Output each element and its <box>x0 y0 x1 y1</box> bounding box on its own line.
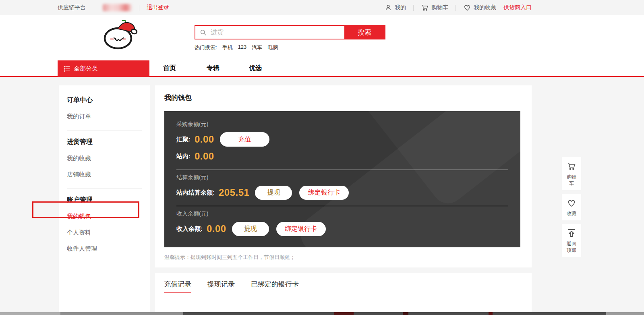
user-icon <box>384 4 392 12</box>
supplier-entry-link[interactable]: 供货商入口 <box>503 4 532 11</box>
cart-label: 购物车 <box>431 4 448 11</box>
favorites-link[interactable]: 我的收藏 <box>463 4 496 12</box>
cart-icon <box>421 4 429 12</box>
all-categories-button[interactable]: 全部分类 <box>58 60 149 77</box>
hot-word[interactable]: 123 <box>238 44 247 51</box>
scrollbar-segment <box>60 312 183 315</box>
cart-icon <box>567 162 576 171</box>
scrollbar-segment <box>606 312 644 315</box>
tab-withdraw-records[interactable]: 提现记录 <box>207 280 235 293</box>
all-categories-label: 全部分类 <box>74 65 98 73</box>
divider <box>67 188 142 189</box>
settlement-balance-section-label: 结算余额(元) <box>176 174 508 181</box>
sidebar-item-shop-favorites[interactable]: 店铺收藏 <box>67 171 142 178</box>
wallet-card: 我的钱包 采购余额(元) 汇聚: 0.00 充值 站内: 0.00 结算余额(元… <box>155 85 532 267</box>
sidebar-item-my-wallet[interactable]: 我的钱包 <box>67 213 142 220</box>
nav-item-home[interactable]: 首页 <box>163 60 176 76</box>
float-cart-label: 购物车 <box>565 174 578 187</box>
tab-recharge-records[interactable]: 充值记录 <box>164 280 191 293</box>
site-logo[interactable] <box>100 20 140 50</box>
records-card: 充值记录 提现记录 已绑定的银行卡 <box>155 273 532 312</box>
bind-bank-card-button-income[interactable]: 绑定银行卡 <box>276 222 326 236</box>
topbar-right-group: 我的 购物车 我的收藏 供货商入口 <box>384 4 532 12</box>
sidebar-section-title-account: 账户管理 <box>67 196 142 204</box>
scrollbar-segment <box>403 312 408 315</box>
nav-item-best[interactable]: 优选 <box>249 60 262 76</box>
divider <box>176 206 508 206</box>
bottom-scrollbar[interactable] <box>0 312 644 315</box>
float-cart-button[interactable]: 购物车 <box>562 157 581 190</box>
scrollbar-segment <box>0 312 60 315</box>
username-redacted[interactable] <box>103 4 132 11</box>
topbar-left-group: 供应链平台 退出登录 <box>58 4 169 11</box>
platform-label: 供应链平台 <box>58 4 86 11</box>
huiju-balance-label: 汇聚: <box>176 136 191 143</box>
my-account-link[interactable]: 我的 <box>384 4 406 12</box>
heart-icon <box>567 198 576 208</box>
scrollbar-segment <box>334 312 354 315</box>
heart-icon <box>463 4 471 12</box>
site-balance-value: 0.00 <box>195 151 214 162</box>
search-button[interactable]: 搜索 <box>344 26 385 39</box>
hot-word[interactable]: 电脑 <box>267 44 278 51</box>
divider <box>67 130 142 131</box>
recharge-button[interactable]: 充值 <box>220 132 269 147</box>
scrollbar-segment <box>183 312 606 315</box>
back-to-top-icon <box>567 228 576 238</box>
withdraw-button-income[interactable]: 提现 <box>232 222 269 236</box>
bind-bank-card-button-settlement[interactable]: 绑定银行卡 <box>299 186 349 200</box>
site-balance-label: 站内: <box>176 153 191 160</box>
hot-word[interactable]: 汽车 <box>252 44 262 51</box>
withdraw-tip-text: 温馨提示：提现到账时间三到五个工作日，节假日顺延； <box>164 254 295 261</box>
hot-search-line: 热门搜索: 手机 123 汽车 电脑 <box>195 44 278 51</box>
float-favorite-label: 收藏 <box>565 210 578 217</box>
scrollbar-segment <box>489 312 493 315</box>
income-balance-value: 0.00 <box>207 223 226 234</box>
float-favorite-button[interactable]: 收藏 <box>562 194 581 220</box>
nav-item-album[interactable]: 专辑 <box>207 60 219 76</box>
sidebar-item-recipients[interactable]: 收件人管理 <box>67 245 142 253</box>
search-input[interactable] <box>195 26 344 39</box>
sidebar-section-title-orders: 订单中心 <box>67 96 142 104</box>
divider <box>139 5 139 11</box>
main-nav: 全部分类 首页 专辑 优选 <box>0 60 644 77</box>
purchase-balance-section-label: 采购余额(元) <box>176 121 508 128</box>
menu-icon <box>63 65 70 73</box>
page-title: 我的钱包 <box>164 93 192 102</box>
search-bar: 搜索 <box>195 25 385 39</box>
top-utility-bar: 供应链平台 退出登录 我的 购物车 我的收藏 供货商入口 <box>0 0 644 15</box>
records-tabs: 充值记录 提现记录 已绑定的银行卡 <box>164 280 532 293</box>
my-account-label: 我的 <box>395 4 406 11</box>
favorites-label: 我的收藏 <box>474 4 496 11</box>
float-toolbar: 购物车 收藏 返回顶部 <box>562 157 581 261</box>
divider <box>413 5 414 11</box>
sidebar-section-title-purchase: 进货管理 <box>67 138 142 146</box>
income-balance-label: 收入余额: <box>176 225 203 233</box>
settlement-balance-value: 205.51 <box>219 187 249 198</box>
huiju-balance-value: 0.00 <box>195 134 214 145</box>
hot-search-label: 热门搜索: <box>195 44 217 51</box>
hot-word[interactable]: 手机 <box>222 44 233 51</box>
sidebar-item-my-orders[interactable]: 我的订单 <box>67 113 142 120</box>
back-to-top-button[interactable]: 返回顶部 <box>562 224 581 257</box>
cart-link[interactable]: 购物车 <box>421 4 448 12</box>
logout-link[interactable]: 退出登录 <box>147 4 169 11</box>
sidebar-item-my-favorites[interactable]: 我的收藏 <box>67 155 142 162</box>
balance-panel: 采购余额(元) 汇聚: 0.00 充值 站内: 0.00 结算余额(元) 站内结… <box>164 111 520 247</box>
divider <box>176 170 508 170</box>
sidebar-item-profile[interactable]: 个人资料 <box>67 229 142 236</box>
divider <box>456 5 456 11</box>
tab-bound-bank-cards[interactable]: 已绑定的银行卡 <box>251 280 299 293</box>
back-to-top-label: 返回顶部 <box>565 240 578 253</box>
settlement-balance-label: 站内结算余额: <box>176 189 215 197</box>
search-icon <box>199 29 207 37</box>
sidebar: 订单中心 我的订单 进货管理 我的收藏 店铺收藏 账户管理 我的钱包 个人资料 … <box>59 85 150 312</box>
withdraw-button-settlement[interactable]: 提现 <box>255 186 292 200</box>
income-balance-section-label: 收入余额(元) <box>176 210 508 218</box>
